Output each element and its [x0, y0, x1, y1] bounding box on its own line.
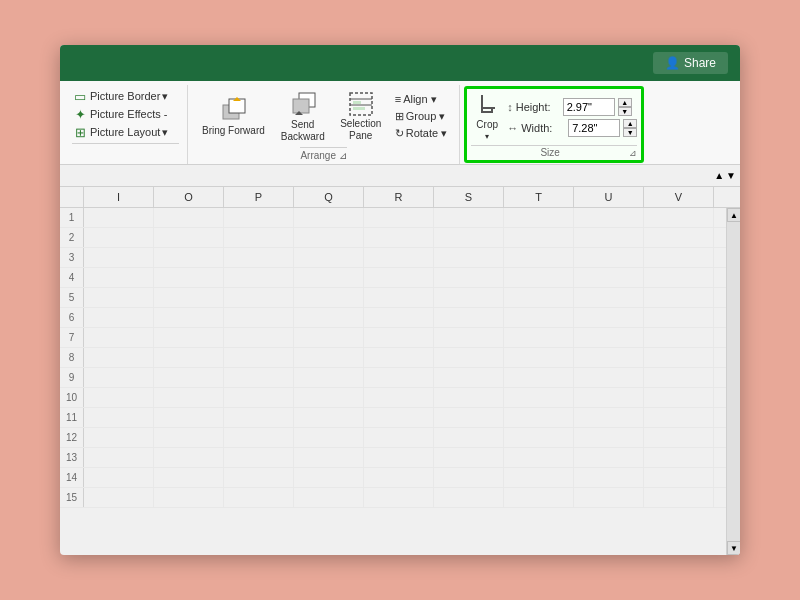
cell-r5-c1[interactable]: [154, 288, 224, 307]
cell-r3-c5[interactable]: [434, 248, 504, 267]
cell-r8-c8[interactable]: [644, 348, 714, 367]
cell-r6-c2[interactable]: [224, 308, 294, 327]
cell-r4-c4[interactable]: [364, 268, 434, 287]
cell-r2-c9[interactable]: [714, 228, 726, 247]
cell-r5-c4[interactable]: [364, 288, 434, 307]
cell-r11-c6[interactable]: [504, 408, 574, 427]
cell-r7-c2[interactable]: [224, 328, 294, 347]
cell-r8-c5[interactable]: [434, 348, 504, 367]
cell-r2-c3[interactable]: [294, 228, 364, 247]
cell-r3-c8[interactable]: [644, 248, 714, 267]
cell-r5-c3[interactable]: [294, 288, 364, 307]
cell-r1-c8[interactable]: [644, 208, 714, 227]
cell-r13-c5[interactable]: [434, 448, 504, 467]
cell-r4-c8[interactable]: [644, 268, 714, 287]
height-down-button[interactable]: ▼: [618, 107, 632, 116]
cell-r10-c7[interactable]: [574, 388, 644, 407]
cell-r14-c1[interactable]: [154, 468, 224, 487]
cell-r1-c5[interactable]: [434, 208, 504, 227]
size-expand-icon[interactable]: ⊿: [629, 148, 637, 158]
cell-r5-c2[interactable]: [224, 288, 294, 307]
cell-r7-c4[interactable]: [364, 328, 434, 347]
cell-r11-c9[interactable]: [714, 408, 726, 427]
cell-r11-c5[interactable]: [434, 408, 504, 427]
cell-r4-c7[interactable]: [574, 268, 644, 287]
cell-r10-c3[interactable]: [294, 388, 364, 407]
cell-r9-c0[interactable]: [84, 368, 154, 387]
cell-r10-c5[interactable]: [434, 388, 504, 407]
cell-r14-c9[interactable]: [714, 468, 726, 487]
cell-r15-c0[interactable]: [84, 488, 154, 507]
cell-r1-c6[interactable]: [504, 208, 574, 227]
cell-r11-c7[interactable]: [574, 408, 644, 427]
cell-r4-c2[interactable]: [224, 268, 294, 287]
cell-r15-c8[interactable]: [644, 488, 714, 507]
cell-r11-c0[interactable]: [84, 408, 154, 427]
cell-r12-c6[interactable]: [504, 428, 574, 447]
cell-r7-c3[interactable]: [294, 328, 364, 347]
cell-r8-c3[interactable]: [294, 348, 364, 367]
cell-r6-c8[interactable]: [644, 308, 714, 327]
cell-r12-c5[interactable]: [434, 428, 504, 447]
cell-r3-c9[interactable]: [714, 248, 726, 267]
share-button[interactable]: 👤 Share: [653, 52, 728, 74]
cell-r12-c4[interactable]: [364, 428, 434, 447]
cell-r9-c3[interactable]: [294, 368, 364, 387]
cell-r7-c0[interactable]: [84, 328, 154, 347]
scroll-up-icon[interactable]: ▲: [714, 170, 724, 181]
cell-r3-c4[interactable]: [364, 248, 434, 267]
cell-r11-c1[interactable]: [154, 408, 224, 427]
width-input[interactable]: [568, 119, 620, 137]
scroll-down-icon[interactable]: ▼: [726, 170, 736, 181]
cell-r6-c3[interactable]: [294, 308, 364, 327]
height-input[interactable]: [563, 98, 615, 116]
cell-r14-c8[interactable]: [644, 468, 714, 487]
cell-r12-c2[interactable]: [224, 428, 294, 447]
cell-r6-c9[interactable]: [714, 308, 726, 327]
cell-r5-c0[interactable]: [84, 288, 154, 307]
cell-r13-c8[interactable]: [644, 448, 714, 467]
cell-r9-c1[interactable]: [154, 368, 224, 387]
picture-layout-button[interactable]: ⊞ Picture Layout ▾: [72, 123, 179, 141]
cell-r4-c1[interactable]: [154, 268, 224, 287]
picture-border-button[interactable]: ▭ Picture Border ▾: [72, 87, 179, 105]
cell-r1-c4[interactable]: [364, 208, 434, 227]
cell-r12-c3[interactable]: [294, 428, 364, 447]
cell-r10-c6[interactable]: [504, 388, 574, 407]
cell-r1-c0[interactable]: [84, 208, 154, 227]
cell-r2-c7[interactable]: [574, 228, 644, 247]
cell-r6-c0[interactable]: [84, 308, 154, 327]
cell-r14-c3[interactable]: [294, 468, 364, 487]
cell-r9-c2[interactable]: [224, 368, 294, 387]
cell-r11-c4[interactable]: [364, 408, 434, 427]
cell-r5-c5[interactable]: [434, 288, 504, 307]
cell-r15-c9[interactable]: [714, 488, 726, 507]
cell-r6-c4[interactable]: [364, 308, 434, 327]
scrollbar-down-button[interactable]: ▼: [727, 541, 740, 555]
cell-r9-c8[interactable]: [644, 368, 714, 387]
cell-r5-c9[interactable]: [714, 288, 726, 307]
cell-r4-c0[interactable]: [84, 268, 154, 287]
crop-button[interactable]: Crop ▾: [471, 91, 503, 143]
cell-r9-c6[interactable]: [504, 368, 574, 387]
cell-r15-c5[interactable]: [434, 488, 504, 507]
cell-r12-c7[interactable]: [574, 428, 644, 447]
cell-r9-c9[interactable]: [714, 368, 726, 387]
cell-r2-c1[interactable]: [154, 228, 224, 247]
cell-r2-c8[interactable]: [644, 228, 714, 247]
cell-r12-c9[interactable]: [714, 428, 726, 447]
cell-r5-c6[interactable]: [504, 288, 574, 307]
cell-r2-c4[interactable]: [364, 228, 434, 247]
cell-r9-c4[interactable]: [364, 368, 434, 387]
cell-r14-c4[interactable]: [364, 468, 434, 487]
vertical-scrollbar[interactable]: ▲ ▼: [726, 208, 740, 555]
cell-r1-c7[interactable]: [574, 208, 644, 227]
cell-r13-c1[interactable]: [154, 448, 224, 467]
cell-r5-c7[interactable]: [574, 288, 644, 307]
send-backward-button[interactable]: SendBackward: [275, 87, 331, 145]
cell-r10-c0[interactable]: [84, 388, 154, 407]
cell-r7-c5[interactable]: [434, 328, 504, 347]
cell-r14-c2[interactable]: [224, 468, 294, 487]
bring-forward-button[interactable]: Bring Forward: [196, 93, 271, 139]
cell-r13-c7[interactable]: [574, 448, 644, 467]
